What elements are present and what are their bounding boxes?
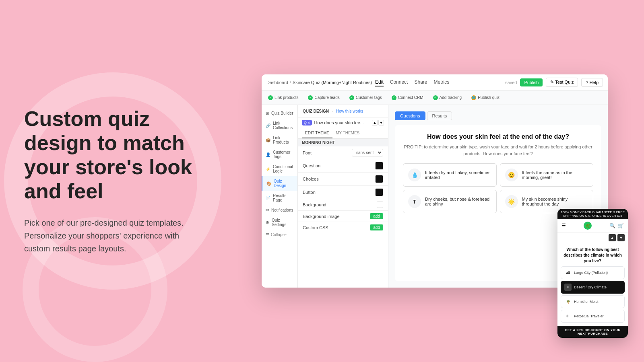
sidebar-label: Customer Tags	[273, 150, 293, 159]
background-image-row: Background image add	[298, 211, 388, 222]
sidebar-item-link-products[interactable]: 📦 Link Products	[262, 133, 297, 147]
question-bar: Q 4 How does your skin fee... ▲ ▼	[298, 117, 388, 128]
logic-icon: ⚡	[266, 167, 270, 171]
font-row: Font sans-serif	[298, 146, 388, 159]
option-text: Humid or Moist	[574, 300, 599, 304]
publish-button[interactable]: Publish	[520, 78, 543, 86]
editor-title: QUIZ DESIGN	[303, 109, 329, 113]
question-color-label: Question	[303, 163, 375, 168]
top-bar: Dashboard / Skincare Quiz (Morning+Night…	[262, 74, 608, 90]
arrow-up[interactable]: ▲	[372, 120, 378, 125]
sidebar-item-link-collections[interactable]: 🔗 Link Collections	[262, 118, 297, 133]
button-label: Button	[303, 190, 375, 195]
hamburger-icon[interactable]: ☰	[561, 223, 566, 228]
sidebar: ⊞ Quiz Builder 🔗 Link Collections 📦 Link…	[262, 105, 298, 288]
question-arrows: ▲ ▼	[372, 120, 384, 125]
mobile-logo: 🌿	[584, 222, 592, 230]
check-icon: ✓	[392, 95, 396, 100]
arrow-down[interactable]: ▼	[378, 120, 384, 125]
sidebar-label: Link Collections	[273, 121, 293, 130]
desert-icon: ☀	[564, 284, 572, 291]
option-icon: 💧	[408, 169, 421, 181]
collapse-label: Collapse	[271, 232, 287, 237]
option-dry-cheeks: T Dry cheeks, but nose & forehead are sh…	[403, 190, 497, 213]
choices-color-swatch[interactable]	[375, 175, 383, 183]
breadcrumb-sep: /	[290, 80, 291, 85]
sidebar-label: Conditional Logic	[273, 165, 293, 173]
progress-customer-tags: ✓ Customer tags	[349, 95, 382, 100]
box-icon: 📦	[266, 138, 270, 142]
main-content: ⊞ Quiz Builder 🔗 Link Collections 📦 Link…	[262, 105, 608, 288]
nav-tab-metrics[interactable]: Metrics	[433, 78, 449, 86]
background-image-label: Background image	[303, 214, 370, 219]
sidebar-item-notifications[interactable]: ✉ Notifications	[262, 205, 297, 215]
option-text: My skin becomes shiny throughout the day	[522, 197, 588, 206]
mobile-footer: GET A 20% DISCOUNT ON YOUR NEXT PURCHASE	[557, 326, 628, 338]
background-checkbox[interactable]	[377, 202, 383, 208]
mobile-arrow-up[interactable]: ▲	[609, 234, 616, 241]
progress-label: Publish quiz	[478, 95, 500, 100]
link-icon: 🔗	[266, 123, 270, 128]
breadcrumb-page: Skincare Quiz (Morning+Night Routines)	[293, 80, 372, 85]
option-dry: 💧 It feels dry and flakey, sometimes irr…	[403, 163, 497, 187]
grid-icon: ⊞	[266, 111, 269, 115]
cart-icon[interactable]: 🛒	[618, 223, 624, 228]
palette-icon: 🎨	[266, 181, 271, 186]
sidebar-item-quiz-settings[interactable]: ⚙ Quiz Settings	[262, 215, 297, 230]
tab-questions[interactable]: Questions	[395, 111, 425, 120]
progress-label: Add tracking	[440, 95, 462, 100]
mobile-nav-right: 🔍 🛒	[609, 223, 624, 228]
button-row: Button	[298, 186, 388, 199]
help-button[interactable]: ? Help	[581, 78, 603, 87]
preview-question-title: How does your skin feel at the end of th…	[403, 133, 593, 140]
custom-css-label: Custom CSS	[303, 225, 370, 230]
mobile-option-desert[interactable]: ☀ Desert / Dry Climate	[561, 281, 625, 294]
sidebar-item-conditional-logic[interactable]: ⚡ Conditional Logic	[262, 162, 297, 176]
tab-edit-theme[interactable]: EDIT THEME	[302, 128, 332, 138]
mobile-option-humid[interactable]: 🌴 Humid or Moist	[561, 295, 625, 308]
sidebar-label: Quiz Design	[274, 179, 293, 188]
background-label: Background	[303, 202, 377, 207]
tab-my-themes[interactable]: MY THEMES	[332, 128, 363, 138]
question-color-swatch[interactable]	[375, 162, 383, 170]
font-select[interactable]: sans-serif	[352, 149, 383, 156]
mobile-nav: ☰ 🌿 🔍 🛒	[557, 219, 628, 232]
nav-tab-edit[interactable]: Edit	[375, 78, 384, 86]
sidebar-collapse[interactable]: ☰ Collapse	[262, 230, 297, 240]
option-icon: T	[408, 195, 421, 208]
nav-tab-connect[interactable]: Connect	[390, 78, 408, 86]
mobile-question: Which of the following best describes th…	[557, 243, 628, 266]
gear-icon: ⚙	[266, 220, 269, 225]
button-color-swatch[interactable]	[375, 188, 383, 196]
subtext: Pick one of our pre-designed quiz templa…	[24, 216, 201, 255]
headline: Custom quiz design to match your store's…	[24, 107, 201, 203]
sidebar-item-quiz-builder[interactable]: ⊞ Quiz Builder	[262, 108, 297, 118]
progress-add-tracking: ✓ Add tracking	[433, 95, 462, 100]
nav-tab-share[interactable]: Share	[414, 78, 427, 86]
test-quiz-button[interactable]: ✎ Test Quiz	[546, 78, 578, 87]
breadcrumb-home[interactable]: Dashboard	[266, 80, 288, 85]
search-icon[interactable]: 🔍	[609, 223, 615, 228]
mobile-option-traveler[interactable]: ✈ Perpetual Traveler	[561, 310, 625, 323]
sidebar-item-results-page[interactable]: 📄 Results Page	[262, 191, 297, 205]
progress-capture-leads: ✓ Capture leads	[308, 95, 339, 100]
question-text: How does your skin fee...	[314, 120, 369, 125]
check-icon: ✓	[308, 95, 313, 100]
tab-results[interactable]: Results	[427, 111, 452, 120]
sidebar-label: Quiz Builder	[271, 111, 293, 115]
question-color-row: Question	[298, 159, 388, 173]
sidebar-item-customer-tags[interactable]: 👤 Customer Tags	[262, 147, 297, 162]
check-icon: ✓	[268, 95, 273, 100]
how-link[interactable]: How this works	[336, 109, 363, 113]
mobile-top-banner: 100% MONEY BACK GUARANTEE & FREE SHIPPIN…	[557, 209, 628, 219]
mobile-arrow-down[interactable]: ▼	[617, 234, 625, 241]
mobile-options: 🏙 Large City (Pollution) ☀ Desert / Dry …	[557, 266, 628, 326]
publish-check-icon: 🌐	[471, 95, 476, 100]
custom-css-row: Custom CSS add	[298, 222, 388, 233]
option-text: It feels dry and flakey, sometimes irrit…	[425, 170, 491, 180]
mobile-option-city[interactable]: 🏙 Large City (Pollution)	[561, 266, 625, 279]
background-image-add-button[interactable]: add	[370, 213, 383, 219]
custom-css-add-button[interactable]: add	[370, 224, 383, 230]
app-window: Dashboard / Skincare Quiz (Morning+Night…	[262, 74, 608, 288]
sidebar-item-quiz-design[interactable]: 🎨 Quiz Design	[262, 176, 297, 191]
